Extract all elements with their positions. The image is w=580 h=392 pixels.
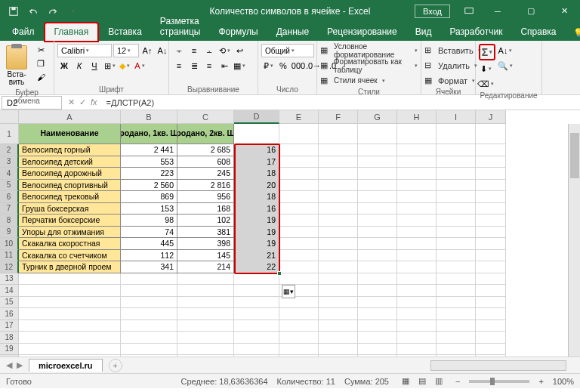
cell[interactable] (319, 156, 358, 168)
cell[interactable] (319, 273, 358, 286)
cell[interactable] (397, 308, 437, 320)
format-as-table-button[interactable]: ▦Форматировать как таблицу (320, 59, 418, 72)
col-header-G[interactable]: G (358, 110, 397, 124)
row-header-2[interactable]: 2 (0, 144, 19, 156)
col-header-D[interactable]: D (234, 110, 279, 124)
cell[interactable] (177, 273, 234, 286)
cell[interactable] (397, 180, 437, 192)
cell[interactable] (319, 144, 358, 156)
cell[interactable] (234, 355, 279, 357)
close-button[interactable]: ✕ (548, 0, 580, 22)
cell[interactable] (397, 250, 437, 262)
cell[interactable] (279, 344, 319, 356)
cell[interactable] (397, 203, 437, 215)
login-button[interactable]: Вход (415, 5, 450, 18)
row-header-18[interactable]: 18 (0, 332, 19, 344)
cell[interactable] (358, 191, 397, 203)
cell[interactable] (19, 285, 121, 297)
cell[interactable] (437, 180, 476, 192)
cell[interactable] (358, 250, 397, 262)
cell[interactable] (319, 261, 358, 273)
cell[interactable] (358, 156, 397, 168)
cell[interactable] (476, 297, 506, 309)
tab-scroll-right-icon[interactable]: ▶ (17, 360, 23, 370)
col-header-C[interactable]: C (177, 110, 234, 124)
view-page-break-icon[interactable]: ▥ (431, 375, 446, 387)
cell[interactable] (437, 297, 476, 309)
cell[interactable]: Скакалка скоростная (19, 238, 121, 250)
cell[interactable] (319, 203, 358, 215)
font-name-select[interactable]: Calibri (57, 44, 112, 57)
cell[interactable] (358, 297, 397, 309)
cell[interactable]: 381 (177, 227, 234, 239)
scrollbar-thumb[interactable] (570, 133, 579, 178)
add-sheet-button[interactable]: + (109, 359, 122, 372)
cell[interactable] (121, 285, 177, 297)
cell[interactable] (177, 308, 234, 320)
percent-icon[interactable]: % (276, 59, 290, 73)
cell[interactable] (437, 215, 476, 227)
cell[interactable] (476, 168, 506, 180)
cell[interactable] (476, 261, 506, 273)
cell[interactable] (437, 238, 476, 250)
tab-data[interactable]: Данные (267, 23, 318, 41)
cell[interactable] (279, 215, 319, 227)
cell[interactable] (437, 285, 476, 297)
cell[interactable] (319, 124, 358, 144)
cell[interactable] (19, 355, 121, 357)
cell[interactable]: 956 (177, 191, 234, 203)
cell[interactable] (397, 124, 437, 144)
row-header-11[interactable]: 11 (0, 250, 19, 262)
cell[interactable] (358, 215, 397, 227)
cell[interactable]: 214 (177, 261, 234, 273)
cell[interactable]: 98 (121, 215, 177, 227)
cell[interactable] (279, 191, 319, 203)
autofill-options-icon[interactable]: ▦▾ (282, 285, 295, 298)
cell[interactable] (437, 203, 476, 215)
tab-file[interactable]: Файл (3, 23, 44, 41)
cell[interactable] (234, 308, 279, 320)
cell[interactable] (279, 261, 319, 273)
cell[interactable] (397, 261, 437, 273)
row-header-20[interactable]: 20 (0, 355, 19, 357)
cell[interactable] (177, 297, 234, 309)
cell[interactable]: 341 (121, 261, 177, 273)
cell[interactable] (234, 124, 279, 144)
orientation-icon[interactable]: ⟲ (218, 44, 231, 57)
comma-icon[interactable]: 000 (292, 59, 305, 73)
col-header-B[interactable]: B (121, 110, 177, 124)
cell[interactable] (358, 227, 397, 239)
cell[interactable] (397, 168, 437, 180)
tab-page-layout[interactable]: Разметка страницы (151, 13, 210, 41)
cell[interactable] (476, 238, 506, 250)
cell[interactable] (476, 203, 506, 215)
align-center-icon[interactable]: ≣ (187, 59, 201, 73)
cell[interactable]: Турник в дверной проем (19, 261, 121, 273)
fill-icon[interactable]: ⬇ (479, 62, 492, 76)
cell[interactable] (319, 250, 358, 262)
cell[interactable] (279, 355, 319, 357)
format-cells-button[interactable]: ▦Формат (424, 74, 481, 87)
view-normal-icon[interactable]: ▦ (398, 375, 413, 387)
number-format-select[interactable]: Общий (261, 44, 314, 57)
cell[interactable] (279, 273, 319, 286)
undo-icon[interactable] (26, 4, 41, 19)
cell[interactable] (476, 180, 506, 192)
worksheet-grid[interactable]: ABCDEFGHIJ 12345678910111213141516171819… (0, 110, 580, 357)
cell[interactable] (476, 191, 506, 203)
cell[interactable]: 245 (177, 168, 234, 180)
merge-icon[interactable]: ▦ (233, 59, 246, 73)
cell[interactable] (397, 156, 437, 168)
row-header-12[interactable]: 12 (0, 261, 19, 273)
cell[interactable] (121, 297, 177, 309)
row-header-17[interactable]: 17 (0, 320, 19, 332)
tab-formulas[interactable]: Формулы (209, 23, 267, 41)
cell[interactable] (177, 320, 234, 332)
delete-cells-button[interactable]: ⊟Удалить (424, 59, 481, 72)
cell[interactable] (476, 215, 506, 227)
cell[interactable] (279, 308, 319, 320)
cell[interactable] (319, 168, 358, 180)
cell[interactable]: 102 (177, 215, 234, 227)
cell[interactable] (437, 124, 476, 144)
cell[interactable] (358, 144, 397, 156)
